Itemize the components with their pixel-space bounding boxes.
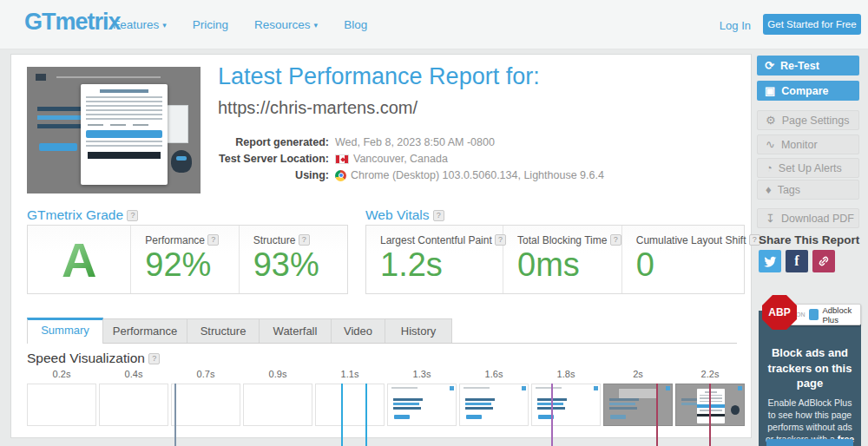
tab-structure[interactable]: Structure xyxy=(187,318,260,343)
timeline-tick: 1.8s xyxy=(557,369,575,379)
filmstrip-frame[interactable] xyxy=(603,384,673,426)
lcp-value: 1.2s xyxy=(380,248,503,283)
grade-box: A Performance ? 92% Structure ? 93% xyxy=(27,225,348,294)
page-settings-button[interactable]: ⚙Page Settings xyxy=(757,110,859,130)
copy-link-share-button[interactable] xyxy=(812,250,835,272)
filmstrip-frame[interactable] xyxy=(243,384,312,426)
time-to-interactive-marker-line xyxy=(551,384,553,446)
ad-cta-button[interactable] xyxy=(766,439,853,446)
fully-loaded-marker-line xyxy=(709,384,711,446)
grade-letter-cell: A xyxy=(28,226,131,293)
compare-icon: ▣ xyxy=(765,85,775,96)
tab-summary[interactable]: Summary xyxy=(27,318,103,344)
adblock-plus-logo: ABP xyxy=(762,295,797,330)
share-buttons: f xyxy=(759,250,835,272)
tags-button[interactable]: ♦Tags xyxy=(757,180,859,200)
structure-metric: Structure ? 93% xyxy=(240,226,347,293)
chrome-icon xyxy=(335,170,346,181)
nav-item-resources[interactable]: Resources▾ xyxy=(254,18,318,31)
lcp-metric: Largest Contentful Paint ? 1.2s xyxy=(366,226,503,293)
share-heading: Share This Report xyxy=(759,233,859,246)
twitter-share-button[interactable] xyxy=(759,250,781,272)
login-link[interactable]: Log In xyxy=(720,19,751,32)
nav-item-pricing[interactable]: Pricing xyxy=(193,18,228,31)
twitter-icon xyxy=(763,254,777,268)
filmstrip-frame[interactable] xyxy=(315,384,385,426)
performance-value: 92% xyxy=(145,248,238,283)
toggle-switch[interactable] xyxy=(809,309,819,320)
adblock-label: Adblock Plus xyxy=(822,305,860,325)
tab-performance[interactable]: Performance xyxy=(103,318,187,343)
toggle-state-label: ON xyxy=(796,312,806,318)
tbt-value: 0ms xyxy=(517,248,621,283)
timeline-tick: 1.6s xyxy=(485,369,503,379)
grade-section-heading: GTmetrix Grade ? xyxy=(27,207,138,223)
help-icon[interactable]: ? xyxy=(610,234,621,246)
filmstrip-frame[interactable] xyxy=(387,384,457,426)
help-icon[interactable]: ? xyxy=(148,353,160,364)
set-up-alerts-button[interactable]: ◔Set Up Alerts xyxy=(757,158,859,178)
thumb-site-logo xyxy=(36,74,46,81)
nav-item-blog[interactable]: Blog xyxy=(344,18,367,31)
gear-icon: ⚙ xyxy=(766,115,776,126)
facebook-icon: f xyxy=(794,253,799,269)
nav-links: Features▾ Pricing Resources▾ Blog xyxy=(113,18,367,31)
grade-letter: A xyxy=(62,232,96,288)
speed-visualization-timeline: 0.2s 0.4s 0.7s 0.9s 1.1s 1.3s 1.6s 1.8s … xyxy=(27,367,747,446)
thumb-button xyxy=(39,143,77,151)
filmstrip-frame[interactable] xyxy=(459,384,529,426)
meta-row-location: Test Server Location: Vancouver, Canada xyxy=(218,153,604,165)
web-vitals-box: Largest Contentful Paint ? 1.2s Total Bl… xyxy=(365,225,745,294)
timeline-tick: 0.7s xyxy=(197,369,215,379)
chevron-down-icon: ▾ xyxy=(314,21,319,30)
help-icon[interactable]: ? xyxy=(433,210,444,221)
web-vitals-heading: Web Vitals ? xyxy=(365,207,444,223)
filmstrip xyxy=(27,384,745,426)
pdf-download-icon: ↧ xyxy=(766,213,775,224)
speed-visualization-heading: Speed Visualization ? xyxy=(27,351,160,366)
filmstrip-frame[interactable] xyxy=(99,384,168,426)
adblock-promo-panel: Block ads and trackers on this page Enab… xyxy=(759,311,861,446)
meta-row-using: Using: Chrome (Desktop) 103.0.5060.134, … xyxy=(218,169,604,181)
report-card: Latest Performance Report for: https://c… xyxy=(10,54,752,438)
facebook-share-button[interactable]: f xyxy=(786,250,808,272)
first-contentful-paint-marker-line xyxy=(365,384,367,446)
timeline-tick: 2.2s xyxy=(701,369,720,379)
ttfb-marker-line xyxy=(174,384,176,446)
site-screenshot-thumbnail[interactable] xyxy=(27,67,201,193)
compare-button[interactable]: ▣Compare xyxy=(757,81,859,101)
get-started-button[interactable]: Get Started for Free xyxy=(763,14,861,35)
tab-video[interactable]: Video xyxy=(332,318,385,343)
nav-item-features[interactable]: Features▾ xyxy=(113,18,167,31)
meta-row-generated: Report generated: Wed, Feb 8, 2023 8:50 … xyxy=(218,136,604,148)
timeline-tick: 0.9s xyxy=(269,369,287,379)
help-icon[interactable]: ? xyxy=(127,210,138,221)
gtmetrix-logo[interactable]: GTmetrix xyxy=(24,9,121,36)
structure-value: 93% xyxy=(253,248,347,283)
timeline-tick: 0.2s xyxy=(53,369,71,379)
filmstrip-frame[interactable] xyxy=(27,384,96,426)
tbt-metric: Total Blocking Time ? 0ms xyxy=(503,226,622,293)
chevron-down-icon: ▾ xyxy=(162,21,167,30)
thumb-mascot xyxy=(171,150,192,173)
retest-button[interactable]: ⟳Re-Test xyxy=(757,56,859,75)
navbar: GTmetrix Features▾ Pricing Resources▾ Bl… xyxy=(0,0,868,49)
help-icon[interactable]: ? xyxy=(207,234,219,246)
help-icon[interactable]: ? xyxy=(299,234,310,246)
first-paint-marker-line xyxy=(341,384,343,446)
thumb-site-nav xyxy=(56,76,161,78)
filmstrip-frame[interactable] xyxy=(531,384,601,426)
cls-metric: Cumulative Layout Shift ? 0 xyxy=(622,226,745,293)
onload-marker-line xyxy=(656,384,658,446)
tab-history[interactable]: History xyxy=(385,318,452,343)
download-pdf-button[interactable]: ↧Download PDF xyxy=(757,208,859,228)
timeline-tick: 1.3s xyxy=(413,369,431,379)
monitor-button[interactable]: ∿Monitor xyxy=(757,134,859,154)
tab-waterfall[interactable]: Waterfall xyxy=(260,318,332,343)
page-title: Latest Performance Report for: xyxy=(218,63,540,90)
pulse-icon: ∿ xyxy=(766,139,775,150)
timeline-tick: 0.4s xyxy=(125,369,143,379)
gtmetrix-report-page: GTmetrix Features▾ Pricing Resources▾ Bl… xyxy=(0,0,868,446)
thumb-cookie-modal xyxy=(81,84,168,185)
filmstrip-frame[interactable] xyxy=(171,384,240,426)
